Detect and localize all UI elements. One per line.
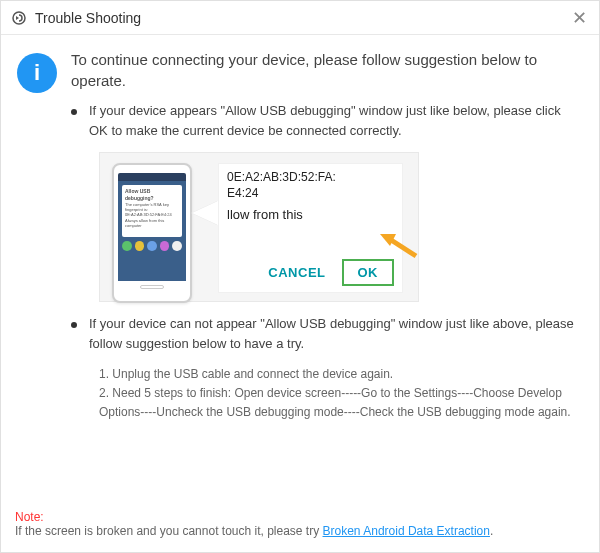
- window-title: Trouble Shooting: [35, 10, 141, 26]
- phone-dock: [122, 241, 182, 251]
- step-1: 1. Unplug the USB cable and connect the …: [99, 365, 583, 384]
- footer-note: Note: If the screen is broken and you ca…: [15, 510, 585, 538]
- phone-app-icon: [172, 241, 182, 251]
- bullet-1-text: If your device appears "Allow USB debugg…: [89, 101, 583, 140]
- allow-from-text: llow from this: [227, 207, 394, 222]
- bullet-2-text: If your device can not appear "Allow USB…: [89, 314, 583, 353]
- phone-app-icon: [160, 241, 170, 251]
- mac-address-line1: 0E:A2:AB:3D:52:FA:: [227, 170, 394, 186]
- phone-status-bar: [118, 173, 186, 181]
- app-icon: [11, 10, 27, 26]
- phone-dialog: Allow USB debugging? The computer's RSA …: [122, 185, 182, 237]
- cancel-button-example: CANCEL: [262, 261, 331, 284]
- bullet-dot-icon: [71, 109, 77, 115]
- phone-app-icon: [147, 241, 157, 251]
- illustration: Allow USB debugging? The computer's RSA …: [99, 152, 419, 302]
- close-icon: ✕: [572, 7, 587, 29]
- content: i To continue connecting your device, pl…: [1, 35, 599, 431]
- main: To continue connecting your device, plea…: [71, 49, 583, 423]
- bullet-1: If your device appears "Allow USB debugg…: [71, 101, 583, 140]
- note-label: Note:: [15, 510, 44, 524]
- phone-home-button: [140, 285, 164, 289]
- note-text: If the screen is broken and you cannot t…: [15, 524, 323, 538]
- phone-dialog-title: Allow USB debugging?: [125, 188, 179, 201]
- arrow-icon: [376, 228, 420, 264]
- phone-app-icon: [122, 241, 132, 251]
- dialog-buttons: CANCEL OK: [227, 259, 394, 286]
- step-2: 2. Need 5 steps to finish: Open device s…: [99, 384, 583, 422]
- close-button[interactable]: ✕: [569, 8, 589, 28]
- broken-android-link[interactable]: Broken Android Data Extraction: [323, 524, 490, 538]
- callout-pointer-icon: [192, 201, 218, 225]
- titlebar: Trouble Shooting ✕: [1, 1, 599, 35]
- note-period: .: [490, 524, 493, 538]
- phone-app-icon: [135, 241, 145, 251]
- dialog-window: Trouble Shooting ✕ i To continue connect…: [0, 0, 600, 553]
- phone-screen: Allow USB debugging? The computer's RSA …: [118, 181, 186, 281]
- titlebar-left: Trouble Shooting: [11, 10, 141, 26]
- intro-text: To continue connecting your device, plea…: [71, 49, 583, 91]
- bullet-2: If your device can not appear "Allow USB…: [71, 314, 583, 353]
- info-icon: i: [17, 53, 57, 93]
- svg-marker-1: [16, 16, 19, 20]
- bullet-dot-icon: [71, 322, 77, 328]
- mac-address-line2: E4:24: [227, 186, 394, 202]
- phone-mockup: Allow USB debugging? The computer's RSA …: [112, 163, 192, 303]
- info-glyph: i: [34, 60, 40, 86]
- steps-list: 1. Unplug the USB cable and connect the …: [99, 365, 583, 423]
- zoom-panel: 0E:A2:AB:3D:52:FA: E4:24 llow from this …: [218, 163, 403, 293]
- phone-dialog-body: The computer's RSA key fingerprint is: 0…: [125, 202, 179, 228]
